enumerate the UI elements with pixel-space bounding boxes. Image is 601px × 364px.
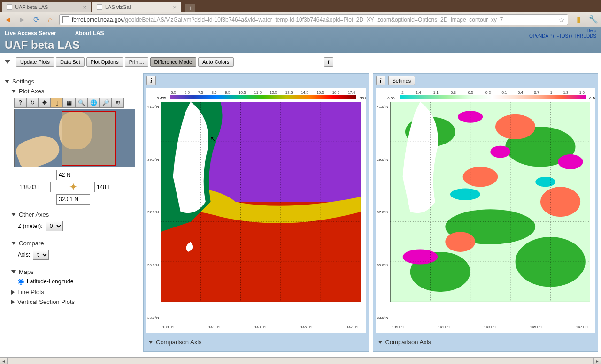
panel-footer: Comparison Axis bbox=[144, 333, 369, 351]
svg-point-23 bbox=[402, 250, 438, 265]
horizontal-scrollbar[interactable]: ◄ ► bbox=[0, 357, 601, 364]
z-select[interactable]: 0 bbox=[46, 221, 63, 231]
color-range-input[interactable] bbox=[238, 57, 322, 67]
bookmark-icon[interactable]: ☆ bbox=[557, 16, 565, 23]
projection-radio[interactable] bbox=[18, 279, 24, 285]
info-icon[interactable]: i bbox=[146, 76, 156, 85]
svg-point-20 bbox=[445, 232, 475, 252]
scroll-right-icon[interactable]: ► bbox=[593, 358, 601, 364]
zoom-icon[interactable]: 🔍 bbox=[75, 98, 87, 108]
dataset-button[interactable]: Data Set bbox=[56, 57, 85, 67]
settings-section[interactable]: Settings bbox=[5, 78, 139, 85]
close-icon[interactable]: × bbox=[83, 4, 86, 11]
browser-tab[interactable]: LAS vizGal × bbox=[92, 2, 181, 12]
compare-section[interactable]: Compare bbox=[11, 240, 139, 247]
app-header: Live Access Server About LAS UAF beta LA… bbox=[0, 27, 601, 53]
print-button[interactable]: Print... bbox=[125, 57, 148, 67]
browser-chrome: UAF beta LAS × LAS vizGal × + ◄ ► ⟳ ⌂ fe… bbox=[0, 0, 601, 27]
other-axes-section[interactable]: Other Axes bbox=[11, 211, 139, 218]
line-plots-section[interactable]: Line Plots bbox=[11, 288, 139, 296]
map-plot bbox=[390, 102, 591, 302]
info-icon[interactable]: i bbox=[376, 76, 385, 85]
chevron-down-icon bbox=[148, 341, 153, 344]
browser-tab[interactable]: UAF beta LAS × bbox=[2, 2, 91, 12]
coord-inputs: ✦ bbox=[14, 169, 139, 205]
west-input[interactable] bbox=[17, 182, 51, 192]
axis-select[interactable]: t bbox=[33, 250, 49, 260]
svg-point-24 bbox=[558, 154, 583, 169]
map-projection-row: Latitude-Longitude bbox=[18, 278, 139, 285]
sidebar: Settings Plot Axes ? ↻ ✥ ▯ ▦ 🔍 🌐 🔎 ≋ bbox=[0, 70, 143, 352]
extension-icon[interactable]: ▮ bbox=[574, 15, 583, 24]
comparison-axis-section[interactable]: Comparison Axis bbox=[148, 339, 364, 346]
chevron-down-icon bbox=[11, 242, 16, 245]
chevron-down-icon bbox=[11, 270, 16, 273]
panel-header: i Settings bbox=[373, 74, 598, 88]
plot-area[interactable]: 5.56.57.58.59.510.511.512.513.514.515.51… bbox=[146, 88, 366, 333]
comparison-axis-section[interactable]: Comparison Axis bbox=[378, 339, 593, 346]
south-input[interactable] bbox=[56, 194, 90, 205]
panel-settings-button[interactable]: Settings bbox=[388, 76, 416, 85]
map-plot bbox=[161, 102, 361, 302]
east-input[interactable] bbox=[94, 182, 128, 192]
site-icon bbox=[62, 16, 69, 23]
page-content: Live Access Server About LAS UAF beta LA… bbox=[0, 27, 601, 364]
maps-section[interactable]: Maps bbox=[11, 268, 139, 275]
chevron-down-icon bbox=[11, 90, 16, 93]
plot-panels: i 5.56.57.58.59.510.511.512.513.514.515.… bbox=[143, 70, 601, 352]
back-button[interactable]: ◄ bbox=[3, 15, 13, 25]
auto-colors-button[interactable]: Auto Colors bbox=[198, 57, 233, 67]
colorbar: 5.56.57.58.59.510.511.512.513.514.515.51… bbox=[170, 91, 356, 100]
info-icon[interactable]: i bbox=[324, 57, 333, 67]
chevron-down-icon bbox=[378, 341, 383, 344]
page-icon bbox=[97, 4, 102, 10]
scroll-track[interactable] bbox=[8, 358, 593, 364]
reset-icon[interactable]: ↻ bbox=[26, 98, 39, 108]
services-link[interactable]: OPeNDAP (F-TDS) / THREDDS bbox=[529, 33, 596, 38]
page-title: UAF beta LAS bbox=[5, 38, 80, 52]
plot-axes-section[interactable]: Plot Axes bbox=[11, 88, 139, 95]
help-icon[interactable]: ? bbox=[14, 98, 26, 108]
reload-button[interactable]: ⟳ bbox=[31, 15, 41, 25]
minimap-toolbar: ? ↻ ✥ ▯ ▦ 🔍 🌐 🔎 ≋ bbox=[14, 98, 139, 108]
difference-mode-button[interactable]: Difference Mode bbox=[150, 57, 197, 67]
panel-footer: Comparison Axis bbox=[373, 333, 598, 351]
minimap-widget: ? ↻ ✥ ▯ ▦ 🔍 🌐 🔎 ≋ bbox=[14, 98, 139, 205]
plot-options-button[interactable]: Plot Options bbox=[86, 57, 123, 67]
zoom-out-icon[interactable]: 🔎 bbox=[100, 98, 112, 108]
minimap[interactable] bbox=[14, 109, 135, 167]
z-axis-row: Z (meter): 0 bbox=[18, 221, 139, 231]
chevron-right-icon bbox=[11, 300, 15, 304]
tab-bar: UAF beta LAS × LAS vizGal × + bbox=[0, 0, 601, 12]
pan-icon[interactable]: ✥ bbox=[39, 98, 51, 108]
new-tab-button[interactable]: + bbox=[185, 4, 195, 12]
nav-link-about[interactable]: About LAS bbox=[75, 30, 104, 37]
toolbar-menu-icon[interactable] bbox=[5, 60, 10, 64]
layers-icon[interactable]: ≋ bbox=[112, 98, 124, 108]
tab-title: LAS vizGal bbox=[105, 4, 131, 10]
plot-area[interactable]: -2-1.4-1.1-0.8-0.5-0.20.10.40.711.31.6 -… bbox=[376, 88, 595, 333]
north-input[interactable] bbox=[56, 170, 90, 180]
svg-point-25 bbox=[450, 188, 480, 200]
page-icon bbox=[7, 4, 12, 10]
forward-button[interactable]: ► bbox=[17, 15, 27, 25]
region-icon[interactable]: ▦ bbox=[63, 98, 75, 108]
svg-point-17 bbox=[495, 114, 535, 139]
update-plots-button[interactable]: Update Plots bbox=[16, 57, 54, 67]
wrench-icon[interactable]: 🔧 bbox=[589, 15, 598, 24]
nav-bar: ◄ ► ⟳ ⌂ ferret.pmel.noaa.gov/geoideBetaL… bbox=[0, 12, 601, 27]
compare-axis-row: Axis: t bbox=[18, 250, 139, 260]
globe-icon[interactable]: 🌐 bbox=[87, 98, 100, 108]
svg-point-18 bbox=[462, 167, 498, 187]
vertical-section-plots[interactable]: Vertical Section Plots bbox=[11, 298, 139, 305]
scroll-left-icon[interactable]: ◄ bbox=[0, 358, 8, 364]
svg-point-19 bbox=[540, 187, 580, 217]
select-icon[interactable]: ▯ bbox=[51, 98, 63, 108]
nav-link-las[interactable]: Live Access Server bbox=[5, 30, 56, 37]
help-link[interactable]: Help bbox=[586, 28, 596, 33]
toolbar: Update Plots Data Set Plot Options Print… bbox=[0, 53, 601, 70]
close-icon[interactable]: × bbox=[173, 4, 177, 11]
url-bar[interactable]: ferret.pmel.noaa.gov/geoideBetaLAS/VizGa… bbox=[59, 14, 568, 25]
home-button[interactable]: ⌂ bbox=[45, 15, 55, 25]
header-right-links: Help OPeNDAP (F-TDS) / THREDDS bbox=[529, 28, 596, 38]
